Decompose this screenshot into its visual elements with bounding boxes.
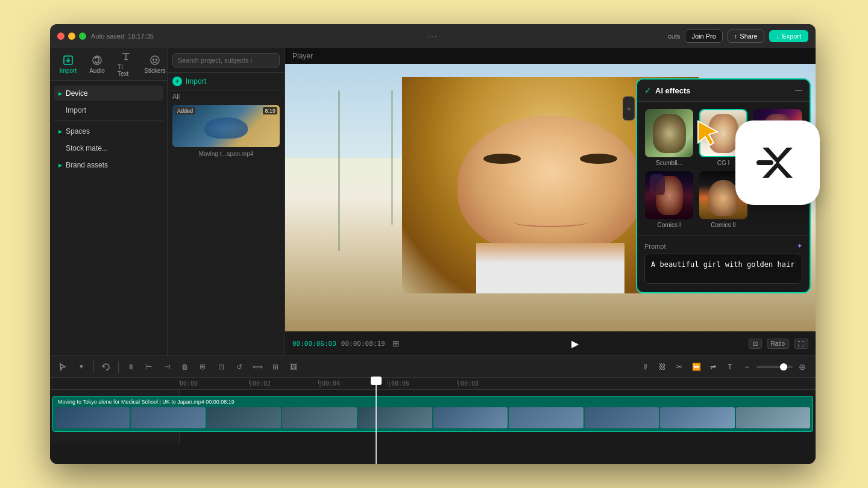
transform-tool[interactable]: ⊞ (268, 360, 283, 374)
zoom-out-tool[interactable]: − (740, 360, 754, 374)
titlebar-right: cuts Join Pro ↑ Share ↓ Export (668, 30, 808, 43)
titlebar: Auto saved: 18:17:35 ··· cuts Join Pro ↑… (50, 24, 816, 48)
shield-tool[interactable]: ⛨ (196, 360, 210, 374)
toolbar-audio[interactable]: Audio (84, 51, 110, 78)
frame-8 (660, 407, 734, 428)
sidebar-nav: ▶ Device Import ▶ Spaces Stock mate... (50, 81, 167, 355)
toolbar-import-label: Import (60, 67, 77, 74)
play-button[interactable]: ▶ (571, 338, 579, 349)
mic-tool[interactable]: 🎙 (638, 360, 653, 374)
track-frames (53, 407, 813, 428)
zoom-slider[interactable] (756, 366, 793, 368)
ai-header-right: — (795, 86, 802, 95)
titlebar-dots: ··· (427, 31, 438, 41)
sidebar-stock-label: Stock mate... (66, 144, 108, 152)
effect-scumbling-thumb (645, 109, 693, 157)
close-button[interactable] (57, 33, 64, 40)
add-track-tool[interactable]: ⊕ (795, 360, 810, 374)
tl-dropdown[interactable]: ▼ (74, 360, 89, 374)
toolbar-text[interactable]: TI Text (113, 48, 139, 81)
rotate-tool[interactable]: ↺ (232, 360, 247, 374)
image-tool[interactable]: 🖼 (286, 360, 301, 374)
playhead-handle[interactable] (371, 377, 382, 385)
import-row[interactable]: + Import (172, 77, 280, 86)
sidebar-item-brand[interactable]: ▶ Brand assets (54, 157, 163, 173)
join-pro-button[interactable]: Join Pro (685, 30, 722, 43)
grid-icon: ⊞ (392, 339, 400, 348)
frame-7 (585, 407, 659, 428)
autosave-label: Auto saved: 18:17:35 (91, 33, 154, 40)
video-track-label: Moving to Tokyo alone for Medical School… (58, 399, 234, 405)
timeline-right-controls: 🎙 ⛓ ✂ ⏩ ⇌ T − ⊕ (638, 360, 810, 374)
delete-tool[interactable]: 🗑 (178, 360, 192, 374)
media-duration: 8:19 (263, 107, 277, 114)
clip-tool[interactable]: ✂ (672, 360, 687, 374)
link-tool[interactable]: ⛓ (655, 360, 670, 374)
ai-effects-header: ✓ AI effects — (637, 80, 810, 102)
bottom-section: ▼ ⏸ ⊢ ⊣ 🗑 ⛨ ⊡ ↺ ⟺ ⊞ 🖼 (50, 355, 816, 464)
share-icon: ↑ (734, 33, 738, 40)
toolbar-audio-label: Audio (89, 67, 105, 74)
toolbar-stickers[interactable]: Stickers (142, 51, 168, 78)
flip-tool[interactable]: ⟺ (250, 360, 265, 374)
media-thumbnail[interactable]: Added 8:19 (172, 105, 280, 147)
fullscreen-button[interactable]: ⛶ (794, 339, 808, 349)
split-start-tool[interactable]: ⊢ (142, 360, 156, 374)
prompt-input[interactable]: A beautiful girl with golden hair (644, 254, 802, 284)
main-layout: Import Audio (50, 48, 816, 464)
maximize-button[interactable] (79, 33, 86, 40)
effect-comics1-thumb (645, 171, 693, 219)
minimize-button[interactable] (68, 33, 75, 40)
timeline-ruler: 00:00 |00:02 |00:04 |00:06 |00:08 (50, 378, 816, 390)
import-btn-row: + Import (168, 73, 285, 90)
frame-0 (55, 407, 130, 428)
timeline-toolbar: ▼ ⏸ ⊢ ⊣ 🗑 ⛨ ⊡ ↺ ⟺ ⊞ 🖼 (50, 356, 816, 378)
screenshot-button[interactable]: ⊡ (749, 339, 762, 349)
capcut-icon (753, 139, 802, 187)
sidebar-item-device[interactable]: ▶ Device (54, 86, 163, 101)
sidebar-item-import[interactable]: Import (54, 102, 163, 118)
left-sidebar: Import Audio (50, 48, 168, 355)
frame-1 (131, 407, 205, 428)
effect-comics2-label: Comics II (711, 222, 736, 228)
export-button[interactable]: ↓ Export (769, 30, 808, 42)
speed-tool[interactable]: ⏩ (689, 360, 703, 374)
timeline-tracks: ⊟ 🔒 👁 🔊 Cover Moving to Tokyo alone for … (50, 390, 816, 444)
player-controls: 00:00:06:03 00:00:08:19 ⊞ ▶ ⊡ Ratio ⛶ (285, 331, 816, 355)
sidebar-device-label: Device (66, 89, 88, 98)
sidebar-brand-label: Brand assets (66, 161, 108, 169)
sparkle-icon: ✦ (797, 242, 802, 250)
share-button[interactable]: ↑ Share (728, 30, 764, 43)
effect-comics1[interactable]: Comics I (644, 171, 694, 228)
sidebar-item-spaces[interactable]: ▶ Spaces (54, 124, 163, 139)
sidebar-item-stock[interactable]: Stock mate... (54, 140, 163, 156)
select-tool[interactable] (56, 360, 71, 374)
toolbar-import[interactable]: Import (55, 51, 81, 78)
swap-tool[interactable]: ⇌ (706, 360, 720, 374)
split-tool[interactable]: ⏸ (124, 360, 138, 374)
crop-tool[interactable]: ⊡ (214, 360, 228, 374)
frame-9 (736, 407, 810, 428)
check-icon: ✓ (644, 86, 652, 95)
ratio-button[interactable]: Ratio (767, 339, 789, 349)
top-section: Import Audio (50, 48, 816, 355)
effect-scumbling[interactable]: Scumbli... (644, 109, 694, 166)
undo-tool[interactable] (99, 360, 113, 374)
player-wrapper: Player (285, 48, 816, 355)
arrow-icon-spaces: ▶ (58, 129, 62, 134)
sidebar-spaces-label: Spaces (66, 127, 90, 136)
media-filename: Moving t...apan.mp4 (168, 149, 285, 158)
time-total: 00:00:08:19 (341, 340, 385, 348)
split-end-tool[interactable]: ⊣ (160, 360, 174, 374)
shortcuts-button[interactable]: cuts (668, 33, 680, 40)
toolbar: Import Audio (50, 48, 167, 81)
plus-icon: + (172, 77, 182, 86)
video-track[interactable]: Moving to Tokyo alone for Medical School… (52, 396, 813, 432)
panel-collapse-button[interactable]: » (623, 96, 635, 120)
text-track-tool[interactable]: T (723, 360, 737, 374)
search-input[interactable] (172, 53, 280, 67)
capcut-logo (735, 120, 820, 205)
playhead-line (376, 378, 377, 464)
added-badge: Added (175, 107, 195, 114)
collapse-button[interactable]: — (795, 86, 802, 95)
